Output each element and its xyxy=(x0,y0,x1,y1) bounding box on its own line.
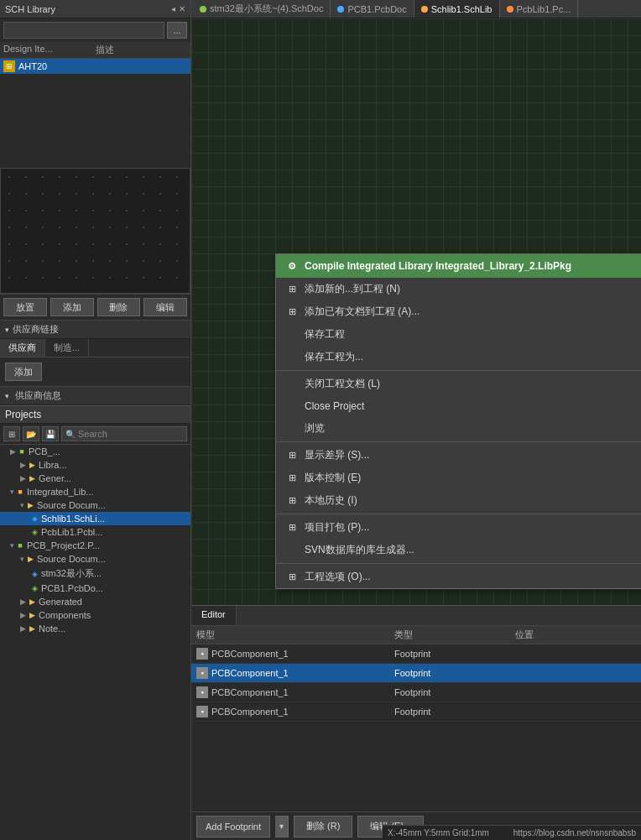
editor-tab-main[interactable]: Editor xyxy=(191,606,237,625)
cm-add-existing[interactable]: ⊞ 添加已有文档到工程 (A)... xyxy=(276,300,641,323)
supplier-add-button[interactable]: 添加 xyxy=(5,363,42,381)
pack-icon: ⊞ xyxy=(284,521,300,535)
manufacturer-tab[interactable]: 制造... xyxy=(45,339,89,357)
cm-local-hist[interactable]: ⊞ 本地历史 (I) ▶ xyxy=(276,489,641,512)
section-arrow: ▾ xyxy=(5,326,9,334)
tree-item-gen1[interactable]: ▶ ▶ Gener... xyxy=(0,472,190,485)
add-footprint-dropdown[interactable]: ▾ xyxy=(275,816,289,837)
tree-arrow: ▶ xyxy=(20,611,26,619)
tree-item-pcb1[interactable]: ▶ ■ PCB_... xyxy=(0,445,190,458)
tree-item-stm32[interactable]: ◈ stm32最小系... xyxy=(0,566,190,582)
sch-library-title: SCH Library xyxy=(5,4,55,14)
edit-component-button[interactable]: 编辑 xyxy=(143,298,187,316)
pin-icon[interactable]: ◂ xyxy=(171,4,175,13)
tab-dot xyxy=(337,6,344,13)
cm-pack-label: 项目打包 (P)... xyxy=(305,520,369,535)
sch-library-title-bar: SCH Library ◂ ✕ xyxy=(0,0,190,18)
panel-title-icons: ◂ ✕ xyxy=(171,4,185,13)
search-box: 🔍 Search xyxy=(61,426,187,441)
cm-svn-gen[interactable]: SVN数据库的库生成器... xyxy=(276,539,641,561)
cm-close-doc-label: 关闭工程文档 (L) xyxy=(305,377,380,391)
tree-item-note[interactable]: ▶ ▶ Note... xyxy=(0,622,190,635)
supplier-links-section[interactable]: ▾ 供应商链接 xyxy=(0,320,190,339)
projects-toolbar: ⊞ 📂 💾 🔍 Search xyxy=(0,424,190,445)
supplier-tab[interactable]: 供应商 xyxy=(0,339,45,357)
cm-browse[interactable]: 浏览 xyxy=(276,417,641,440)
cm-save-as-label: 保存工程为... xyxy=(305,350,363,364)
tree-item-components[interactable]: ▶ ▶ Components xyxy=(0,608,190,622)
tab-stm32[interactable]: stm32最小系统~(4).SchDoc xyxy=(193,0,331,18)
cm-add-new[interactable]: ⊞ 添加新的...到工程 (N) ▶ xyxy=(276,278,641,300)
editor-table-row[interactable]: ▪ PCBComponent_1 Footprint xyxy=(191,644,641,664)
editor-table-row[interactable]: ▪ PCBComponent_1 Footprint xyxy=(191,702,641,722)
open-project-button[interactable]: 📂 xyxy=(23,426,39,441)
add-footprint-button[interactable]: Add Footprint xyxy=(196,816,270,837)
status-coords: X:-45mm Y:5mm Grid:1mm xyxy=(388,828,489,837)
cm-close-doc[interactable]: 关闭工程文档 (L) xyxy=(276,373,641,395)
tab-dot xyxy=(421,6,428,13)
cm-show-diff[interactable]: ⊞ 显示差异 (S)... xyxy=(276,444,641,467)
tree-arrow: ▶ xyxy=(10,447,16,456)
svn-icon xyxy=(284,544,300,557)
cm-browse-label: 浏览 xyxy=(305,421,325,436)
tree-item-integrated-lib[interactable]: ▾ ■ Integrated_Lib... xyxy=(0,485,190,498)
tree-item-src-doc2[interactable]: ▾ ▶ Source Docum... xyxy=(0,552,190,566)
close-panel-icon[interactable]: ✕ xyxy=(179,4,185,13)
component-icon: ⊞ xyxy=(3,60,15,72)
tree-arrow: ▾ xyxy=(10,488,14,496)
tab-pcblib[interactable]: PcbLib1.Pc... xyxy=(500,0,579,18)
tree-item-generated[interactable]: ▶ ▶ Generated xyxy=(0,595,190,608)
library-dropdown[interactable] xyxy=(3,22,164,39)
add-component-button[interactable]: 添加 xyxy=(50,298,94,316)
tree-item-pcblib1[interactable]: ◈ PcbLib1.Pcbl... xyxy=(0,525,190,539)
cm-compile[interactable]: ⚙ Compile Integrated Library Integrated_… xyxy=(276,254,641,278)
folder-icon: ▶ xyxy=(28,624,36,633)
new-project-button[interactable]: ⊞ xyxy=(3,426,20,441)
supplier-info-section: ▾ 供应商信息 xyxy=(0,386,190,405)
search-icon: 🔍 xyxy=(65,430,76,439)
project-tree: ▶ ■ PCB_... ▶ ▶ Libra... ▶ ▶ Gener... ▾ … xyxy=(0,445,190,635)
tree-item-schlib1[interactable]: ◈ Schlib1.SchLi... xyxy=(0,512,190,525)
cm-version-label: 版本控制 (E) xyxy=(305,471,361,485)
delete-component-button[interactable]: 删除 xyxy=(97,298,141,316)
cm-proj-opts-label: 工程选项 (O)... xyxy=(305,570,371,584)
list-item[interactable]: ⊞ AHT20 xyxy=(0,59,190,74)
save-project-button[interactable]: 💾 xyxy=(42,426,59,441)
tree-item-src-doc1[interactable]: ▾ ▶ Source Docum... xyxy=(0,498,190,512)
tab-pcb1[interactable]: PCB1.PcbDoc xyxy=(331,0,414,18)
projects-panel: Projects ⊞ 📂 💾 🔍 Search ▶ ■ PCB_... ▶ ▶ … xyxy=(0,405,190,840)
editor-table-row[interactable]: ▪ PCBComponent_1 Footprint xyxy=(191,683,641,702)
component-name: AHT20 xyxy=(18,61,47,71)
folder-icon: ▶ xyxy=(28,597,36,606)
supplier-info-title: 供应商信息 xyxy=(15,390,61,400)
cm-proj-opts[interactable]: ⊞ 工程选项 (O)... xyxy=(276,566,641,588)
place-button[interactable]: 放置 xyxy=(3,298,47,316)
lib-icon: ■ xyxy=(16,488,24,496)
folder-icon: ▶ xyxy=(26,555,34,563)
cm-pack[interactable]: ⊞ 项目打包 (P)... xyxy=(276,516,641,539)
status-url: https://blog.csdn.net/nsnsnbabsb xyxy=(513,828,636,837)
sch-icon: ◈ xyxy=(30,570,39,578)
delete-footprint-button[interactable]: 删除 (R) xyxy=(294,816,352,837)
tree-item-pcb-proj2[interactable]: ▾ ■ PCB_Project2.P... xyxy=(0,539,190,552)
cm-save-as[interactable]: 保存工程为... xyxy=(276,346,641,368)
cm-save-project[interactable]: 保存工程 xyxy=(276,323,641,346)
cm-add-new-label: 添加新的...到工程 (N) xyxy=(305,282,400,296)
folder-icon: ▶ xyxy=(28,461,36,469)
action-buttons: 放置 添加 删除 编辑 xyxy=(0,294,190,320)
library-dots-button[interactable]: ... xyxy=(167,22,187,39)
tree-item-pcb1b[interactable]: ◈ PCB1.PcbDo... xyxy=(0,582,190,595)
tab-schlib[interactable]: Schlib1.SchLib xyxy=(414,0,500,18)
cm-close-project[interactable]: Close Project xyxy=(276,395,641,417)
tree-item-lib1[interactable]: ▶ ▶ Libra... xyxy=(0,458,190,472)
cm-local-hist-label: 本地历史 (I) xyxy=(305,493,357,508)
status-bar: X:-45mm Y:5mm Grid:1mm https://blog.csdn… xyxy=(383,825,641,840)
version-icon: ⊞ xyxy=(284,472,300,485)
model-icon: ▪ xyxy=(196,706,208,717)
editor-table-row[interactable]: ▪ PCBComponent_1 Footprint xyxy=(191,664,641,683)
tree-arrow: ▶ xyxy=(20,624,26,633)
cm-version-ctrl[interactable]: ⊞ 版本控制 (E) ▶ xyxy=(276,467,641,489)
pcb-icon: ■ xyxy=(16,541,24,550)
editor-panel: Editor 模型 类型 位置 ▪ PCBComponent_1 Footpri… xyxy=(191,605,641,840)
close-project-icon xyxy=(284,399,300,413)
